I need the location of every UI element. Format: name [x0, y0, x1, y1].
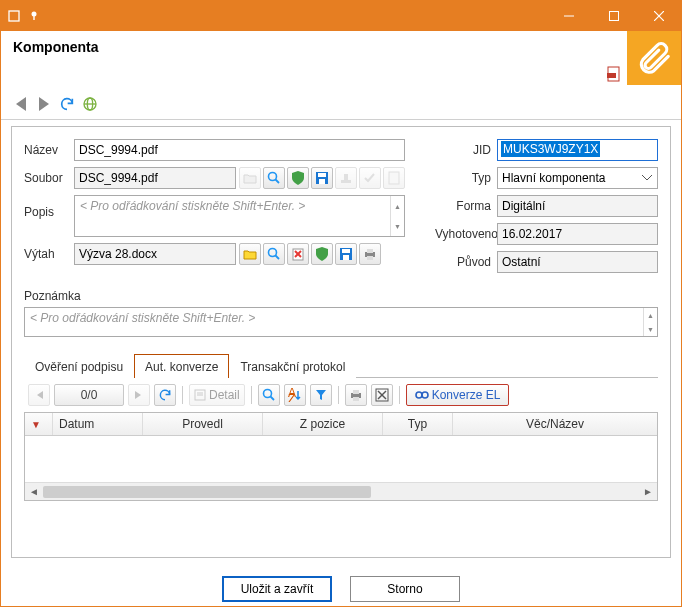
svg-rect-8	[607, 73, 616, 78]
grid-body-empty	[25, 436, 657, 482]
svg-rect-2	[33, 15, 34, 20]
data-grid: ▼ Datum Provedl Z pozice Typ Věc/Název ◄…	[24, 412, 658, 501]
shield-icon[interactable]	[287, 167, 309, 189]
svg-rect-18	[344, 174, 348, 180]
search-icon[interactable]	[263, 243, 285, 265]
form-panel: Název Soubor Popis < P	[11, 126, 671, 558]
popis-textarea[interactable]: < Pro odřádkování stiskněte Shift+Enter.…	[74, 195, 405, 237]
page-title: Komponenta	[13, 39, 99, 55]
nav-last-icon	[128, 384, 150, 406]
svg-rect-17	[341, 180, 351, 183]
export-icon[interactable]	[371, 384, 393, 406]
save-close-button[interactable]: Uložit a zavřít	[222, 576, 332, 602]
svg-point-34	[263, 390, 271, 398]
app-icon	[7, 9, 21, 23]
svg-point-12	[269, 173, 277, 181]
grid-h-scrollbar[interactable]: ◄ ►	[25, 482, 657, 500]
svg-text:Z: Z	[288, 392, 295, 402]
svg-rect-40	[353, 397, 359, 401]
filter-icon[interactable]	[310, 384, 332, 406]
save-icon[interactable]	[311, 167, 333, 189]
poznamka-spinner[interactable]: ▲▼	[643, 308, 657, 336]
col-typ[interactable]: Typ	[383, 413, 453, 435]
typ-select[interactable]: Hlavní komponenta	[497, 167, 658, 189]
save-icon[interactable]	[335, 243, 357, 265]
nazev-input[interactable]	[74, 139, 405, 161]
jid-input[interactable]: MUKS3WJ9ZY1X	[497, 139, 658, 161]
grid-toolbar: 0/0 Detail AZ Konverze EL	[24, 378, 658, 412]
search-icon[interactable]	[263, 167, 285, 189]
pdf-icon	[605, 65, 623, 83]
svg-rect-26	[342, 249, 350, 253]
refresh-icon[interactable]	[57, 95, 77, 113]
label-jid: JID	[435, 143, 497, 157]
label-typ: Typ	[435, 171, 497, 185]
document-icon	[383, 167, 405, 189]
print-icon[interactable]	[345, 384, 367, 406]
label-forma: Forma	[435, 199, 497, 213]
forma-field	[497, 195, 658, 217]
nav-next-icon[interactable]	[34, 95, 54, 113]
check-icon	[359, 167, 381, 189]
close-button[interactable]	[636, 1, 681, 31]
delete-icon[interactable]	[287, 243, 309, 265]
attachment-icon	[627, 31, 681, 85]
shield-icon[interactable]	[311, 243, 333, 265]
label-vytah: Výtah	[24, 247, 74, 261]
poznamka-textarea[interactable]: < Pro odřádkování stiskněte Shift+Enter.…	[24, 307, 658, 337]
col-selector[interactable]: ▼	[25, 413, 53, 435]
tab-transakcni-protokol[interactable]: Transakční protokol	[229, 354, 356, 378]
search-icon[interactable]	[258, 384, 280, 406]
folder-open-icon	[239, 167, 261, 189]
vyhotoveno-field	[497, 223, 658, 245]
svg-rect-4	[609, 12, 618, 21]
tab-overeni-podpisu[interactable]: Ověření podpisu	[24, 354, 134, 378]
svg-rect-29	[367, 249, 373, 253]
tabs: Ověření podpisu Aut. konverze Transakční…	[24, 353, 658, 378]
maximize-button[interactable]	[591, 1, 636, 31]
svg-point-44	[416, 392, 422, 398]
nav-prev-icon[interactable]	[11, 95, 31, 113]
cancel-button[interactable]: Storno	[350, 576, 460, 602]
soubor-input	[74, 167, 236, 189]
konverze-el-button[interactable]: Konverze EL	[406, 384, 510, 406]
print-icon[interactable]	[359, 243, 381, 265]
label-puvod: Původ	[435, 255, 497, 269]
sort-icon[interactable]: AZ	[284, 384, 306, 406]
svg-rect-16	[319, 179, 325, 184]
tab-aut-konverze[interactable]: Aut. konverze	[134, 354, 229, 378]
svg-line-21	[276, 256, 280, 260]
label-vyhotoveno: Vyhotoveno	[435, 227, 497, 241]
svg-line-13	[276, 180, 280, 184]
stamp-icon	[335, 167, 357, 189]
svg-rect-0	[9, 11, 19, 21]
minimize-button[interactable]	[546, 1, 591, 31]
col-vecnazev[interactable]: Věc/Název	[453, 413, 657, 435]
svg-rect-27	[343, 255, 349, 260]
popis-spinner[interactable]: ▲▼	[390, 196, 404, 236]
nav-first-icon	[28, 384, 50, 406]
label-poznamka: Poznámka	[24, 289, 658, 303]
svg-point-20	[269, 249, 277, 257]
dialog-header: Komponenta	[1, 31, 681, 91]
window-titlebar	[1, 1, 681, 31]
detail-button: Detail	[189, 384, 245, 406]
svg-point-45	[422, 392, 428, 398]
svg-rect-39	[353, 390, 359, 394]
pin-icon[interactable]	[27, 9, 41, 23]
svg-rect-15	[318, 173, 326, 177]
puvod-field	[497, 251, 658, 273]
col-provedl[interactable]: Provedl	[143, 413, 263, 435]
pager-display: 0/0	[54, 384, 124, 406]
label-nazev: Název	[24, 143, 74, 157]
dialog-footer: Uložit a zavřít Storno	[1, 564, 681, 607]
label-soubor: Soubor	[24, 171, 74, 185]
svg-rect-30	[367, 256, 373, 260]
globe-icon[interactable]	[80, 95, 100, 113]
vytah-input	[74, 243, 236, 265]
col-datum[interactable]: Datum	[53, 413, 143, 435]
svg-line-35	[270, 397, 274, 401]
col-zpozice[interactable]: Z pozice	[263, 413, 383, 435]
refresh-icon[interactable]	[154, 384, 176, 406]
folder-open-icon[interactable]	[239, 243, 261, 265]
